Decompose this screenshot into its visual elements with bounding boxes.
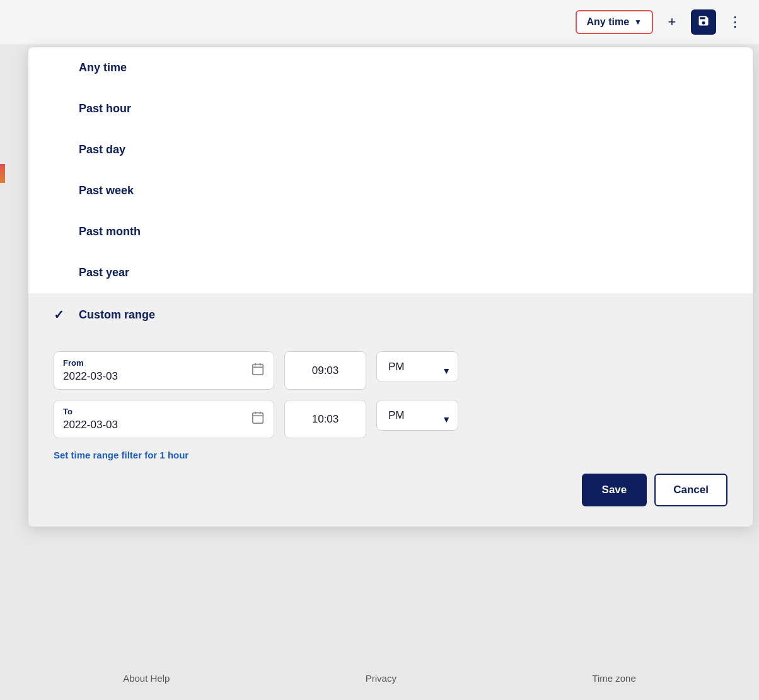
bottom-item-3: Time zone <box>592 673 635 684</box>
menu-item-past-day[interactable]: Past day <box>28 129 753 170</box>
to-time-input[interactable] <box>284 400 366 438</box>
to-date-value: 2022-03-03 <box>63 419 118 431</box>
to-label: To <box>63 407 118 416</box>
menu-item-any-time[interactable]: Any time <box>28 47 753 88</box>
checkmark-custom-range: ✓ <box>54 307 69 322</box>
to-ampm-select[interactable]: AM PM <box>376 400 458 431</box>
to-ampm-wrapper: AM PM ▼ <box>376 400 458 438</box>
bottom-item-2: Privacy <box>366 673 397 684</box>
to-date-input[interactable]: To 2022-03-03 <box>54 400 274 438</box>
any-time-label: Any time <box>587 16 630 28</box>
bottom-bar: About Help Privacy Time zone <box>0 656 759 700</box>
from-ampm-select[interactable]: AM PM <box>376 351 458 382</box>
any-time-option-label: Any time <box>79 61 127 74</box>
menu-item-past-hour[interactable]: Past hour <box>28 88 753 129</box>
date-rows: From 2022-03-03 A <box>54 351 727 438</box>
from-date-value: 2022-03-03 <box>63 370 118 382</box>
add-button[interactable]: + <box>661 11 683 33</box>
from-calendar-icon <box>251 362 265 379</box>
past-week-option-label: Past week <box>79 184 134 197</box>
to-row: To 2022-03-03 AM <box>54 400 727 438</box>
past-year-option-label: Past year <box>79 266 129 279</box>
menu-item-past-month[interactable]: Past month <box>28 211 753 252</box>
add-icon: + <box>668 14 676 30</box>
action-buttons: Save Cancel <box>54 474 727 506</box>
custom-range-section: From 2022-03-03 A <box>28 336 753 527</box>
menu-item-custom-range[interactable]: ✓ Custom range <box>28 293 753 336</box>
bottom-item-1: About Help <box>123 673 170 684</box>
past-month-option-label: Past month <box>79 225 141 238</box>
from-label: From <box>63 358 118 368</box>
save-button[interactable]: Save <box>582 474 647 506</box>
time-filter-dropdown: Any time Past hour Past day Past week Pa… <box>28 47 753 527</box>
svg-rect-0 <box>253 365 264 375</box>
from-ampm-wrapper: AM PM ▼ <box>376 351 458 390</box>
cancel-button[interactable]: Cancel <box>654 474 727 506</box>
menu-item-past-year[interactable]: Past year <box>28 252 753 293</box>
vertical-dots-icon: ⋮ <box>728 14 742 30</box>
past-hour-option-label: Past hour <box>79 102 131 115</box>
set-time-range-link[interactable]: Set time range filter for 1 hour <box>54 450 188 460</box>
to-calendar-icon <box>251 411 265 428</box>
any-time-dropdown-button[interactable]: Any time ▼ <box>576 10 653 34</box>
custom-range-option-label: Custom range <box>79 308 155 322</box>
from-time-input[interactable] <box>284 351 366 390</box>
from-row: From 2022-03-03 A <box>54 351 727 390</box>
left-accent <box>0 164 5 183</box>
menu-item-past-week[interactable]: Past week <box>28 170 753 211</box>
floppy-disk-icon <box>697 15 710 30</box>
chevron-down-icon: ▼ <box>634 18 642 26</box>
svg-rect-4 <box>253 413 264 424</box>
top-bar: Any time ▼ + ⋮ <box>0 0 759 44</box>
past-day-option-label: Past day <box>79 143 125 156</box>
more-options-button[interactable]: ⋮ <box>724 11 746 33</box>
from-date-input[interactable]: From 2022-03-03 <box>54 351 274 390</box>
save-icon-button[interactable] <box>691 9 716 35</box>
